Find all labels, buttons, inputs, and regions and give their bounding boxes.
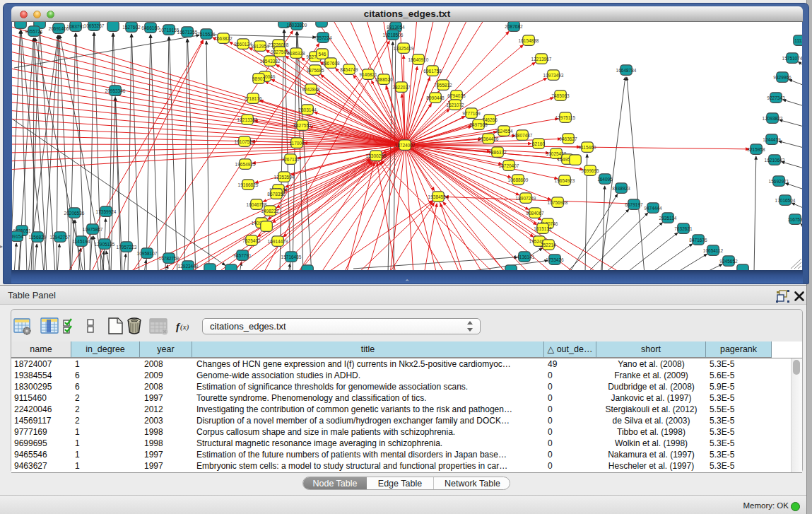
svg-text:10973493: 10973493 (543, 73, 564, 78)
svg-text:3624554: 3624554 (495, 129, 513, 134)
svg-text:7663822: 7663822 (214, 36, 233, 41)
svg-text:8427552: 8427552 (293, 123, 312, 128)
svg-text:10719155: 10719155 (159, 28, 180, 33)
svg-text:16210643: 16210643 (765, 158, 785, 163)
svg-text:164095: 164095 (597, 177, 613, 182)
svg-text:8454749: 8454749 (340, 67, 358, 72)
svg-text:98903: 98903 (252, 76, 265, 81)
svg-text:2087682: 2087682 (505, 24, 523, 29)
svg-text:3875685: 3875685 (306, 68, 324, 73)
svg-text:1621072: 1621072 (446, 103, 464, 107)
svg-text:18640910: 18640910 (408, 57, 429, 62)
svg-text:9146821: 9146821 (359, 72, 377, 77)
svg-text:8215958: 8215958 (747, 147, 765, 152)
svg-text:8678352: 8678352 (267, 192, 286, 197)
svg-text:18907249: 18907249 (516, 196, 536, 201)
svg-text:8912954: 8912954 (251, 44, 269, 49)
svg-text:7485063: 7485063 (551, 93, 570, 98)
svg-text:13325419: 13325419 (394, 46, 414, 51)
svg-text:12942757: 12942757 (50, 235, 71, 240)
svg-text:10107552: 10107552 (235, 139, 255, 144)
svg-text:7515526: 7515526 (197, 32, 216, 37)
svg-text:10688609: 10688609 (508, 177, 529, 182)
svg-text:9329966: 9329966 (773, 75, 792, 80)
svg-text:8990448: 8990448 (426, 95, 445, 100)
svg-text:9777169: 9777169 (462, 111, 481, 116)
svg-text:16782759: 16782759 (159, 256, 180, 261)
svg-text:20364436: 20364436 (478, 136, 499, 141)
svg-text:1733426: 1733426 (546, 257, 564, 262)
svg-text:9699695: 9699695 (581, 168, 599, 173)
svg-text:8813054: 8813054 (387, 25, 405, 30)
svg-text:6466160: 6466160 (141, 25, 160, 30)
svg-text:15751074: 15751074 (782, 56, 802, 61)
svg-text:10807487: 10807487 (512, 133, 533, 138)
svg-text:7632621: 7632621 (674, 226, 693, 231)
svg-text:9457791: 9457791 (233, 253, 252, 258)
svg-text:9242848: 9242848 (302, 87, 320, 92)
svg-text:10653267: 10653267 (84, 23, 105, 28)
svg-text:16543382: 16543382 (260, 59, 281, 64)
svg-text:117004: 117004 (289, 141, 305, 146)
svg-text:7955812: 7955812 (434, 83, 452, 88)
svg-text:1145194: 1145194 (73, 239, 90, 244)
svg-text:6497568: 6497568 (469, 122, 488, 127)
svg-text:10975867: 10975867 (83, 227, 103, 232)
svg-text:12213382: 12213382 (237, 117, 258, 122)
svg-text:17359924: 17359924 (96, 209, 117, 214)
svg-text:2867608: 2867608 (322, 61, 340, 66)
svg-text:3267110: 3267110 (282, 157, 300, 162)
svg-text:10958107: 10958107 (137, 251, 158, 256)
svg-text:16914479: 16914479 (268, 239, 288, 244)
svg-text:12353594: 12353594 (274, 175, 295, 180)
svg-text:252214: 252214 (541, 243, 556, 247)
svg-text:2718176: 2718176 (244, 96, 262, 101)
svg-text:6679197: 6679197 (625, 202, 643, 207)
svg-text:9327506: 9327506 (271, 49, 289, 54)
svg-text:8186328: 8186328 (287, 51, 305, 56)
svg-text:8938923: 8938923 (612, 186, 630, 191)
svg-text:17016504: 17016504 (775, 198, 796, 203)
svg-text:16671355: 16671355 (177, 30, 198, 35)
svg-text:12905135: 12905135 (95, 242, 115, 247)
svg-text:12975115: 12975115 (555, 115, 576, 120)
svg-text:9227343: 9227343 (767, 95, 785, 100)
svg-text:16033809: 16033809 (287, 23, 307, 28)
svg-text:8660124: 8660124 (234, 42, 252, 47)
svg-text:19654925: 19654925 (235, 162, 256, 167)
svg-text:19654923: 19654923 (555, 178, 575, 183)
svg-text:2935114: 2935114 (659, 216, 677, 221)
svg-text:1615132: 1615132 (534, 226, 552, 231)
svg-text:9055721: 9055721 (25, 29, 43, 34)
svg-text:15716485: 15716485 (281, 255, 302, 259)
svg-text:9463627: 9463627 (559, 136, 577, 141)
svg-text:3822037: 3822037 (392, 85, 411, 90)
svg-text:20206536: 20206536 (64, 211, 85, 216)
svg-text:19384554: 19384554 (428, 194, 449, 199)
svg-text:7886372: 7886372 (488, 150, 507, 155)
svg-text:12093822: 12093822 (763, 116, 783, 121)
svg-text:16154838: 16154838 (519, 38, 539, 43)
svg-text:18724007: 18724007 (395, 143, 416, 148)
svg-text:1244419: 1244419 (763, 137, 781, 142)
svg-text:62160: 62160 (532, 141, 545, 146)
svg-text:9084067: 9084067 (526, 211, 544, 216)
svg-text:12923448: 12923448 (178, 264, 199, 269)
svg-text:1112: 1112 (794, 38, 802, 43)
svg-text:19166825: 19166825 (238, 182, 259, 187)
svg-text:1083791: 1083791 (66, 24, 85, 29)
svg-text:9474444: 9474444 (644, 206, 662, 211)
svg-text:(x): (x) (180, 322, 189, 332)
svg-text:1498222: 1498222 (261, 209, 279, 214)
svg-text:6794028: 6794028 (447, 93, 466, 98)
svg-text:1156829: 1156829 (29, 235, 47, 240)
svg-text:15692971: 15692971 (769, 179, 789, 184)
svg-text:14136141: 14136141 (514, 255, 535, 259)
svg-text:10654112: 10654112 (703, 248, 724, 253)
svg-text:17957223: 17957223 (117, 245, 137, 250)
svg-text:7357224: 7357224 (314, 35, 332, 40)
svg-text:9245652: 9245652 (719, 259, 738, 264)
svg-text:546: 546 (319, 52, 326, 57)
svg-text:20953346: 20953346 (105, 88, 126, 93)
svg-text:10756928: 10756928 (548, 200, 568, 205)
